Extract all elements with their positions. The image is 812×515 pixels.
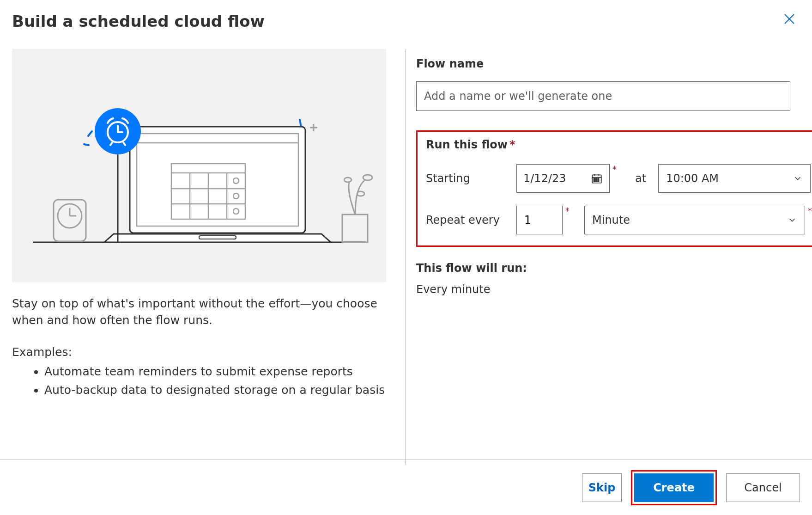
starting-date-value: 1/12/23 <box>523 172 566 185</box>
required-asterisk: * <box>509 138 515 151</box>
at-label: at <box>635 172 646 185</box>
run-this-flow-label: Run this flow <box>426 138 508 151</box>
svg-point-22 <box>344 178 351 182</box>
svg-rect-40 <box>594 180 595 181</box>
example-item: Automate team reminders to submit expens… <box>44 363 386 380</box>
flow-will-run-text: Every minute <box>416 283 812 296</box>
calendar-icon <box>591 172 603 184</box>
required-asterisk: * <box>565 206 570 215</box>
repeat-count-input[interactable] <box>516 206 563 234</box>
starting-time-value: 10:00 AM <box>666 172 719 185</box>
starting-date-input[interactable]: 1/12/23 <box>516 164 610 193</box>
example-item: Auto-backup data to designated storage o… <box>44 382 386 399</box>
svg-rect-42 <box>598 180 599 181</box>
close-icon <box>782 12 796 26</box>
svg-rect-41 <box>596 180 597 181</box>
run-this-flow-section: Run this flow* Starting 1/12/23 <box>416 130 812 247</box>
create-button-highlight: Create <box>631 470 717 505</box>
repeat-unit-select[interactable]: Minute <box>584 206 805 234</box>
close-button[interactable] <box>779 12 800 28</box>
required-asterisk: * <box>612 164 617 174</box>
skip-button[interactable]: Skip <box>582 473 622 502</box>
examples-label: Examples: <box>12 344 386 361</box>
required-asterisk: * <box>808 206 812 215</box>
repeat-every-label: Repeat every <box>426 214 516 227</box>
svg-point-23 <box>357 191 364 196</box>
svg-point-21 <box>363 175 372 180</box>
chevron-down-icon <box>787 215 797 225</box>
flow-name-input[interactable] <box>416 81 790 111</box>
illustration-svg <box>24 76 375 256</box>
cancel-button[interactable]: Cancel <box>726 473 800 502</box>
repeat-unit-value: Minute <box>592 214 630 227</box>
chevron-down-icon <box>793 173 803 184</box>
starting-label: Starting <box>426 172 516 185</box>
svg-rect-37 <box>594 178 595 179</box>
svg-rect-39 <box>598 178 599 179</box>
description-text: Stay on top of what's important without … <box>12 295 386 329</box>
illustration <box>12 49 386 282</box>
dialog-title: Build a scheduled cloud flow <box>12 12 265 31</box>
create-button[interactable]: Create <box>634 473 714 502</box>
starting-time-select[interactable]: 10:00 AM <box>658 164 811 193</box>
flow-name-label: Flow name <box>416 57 812 70</box>
flow-will-run-label: This flow will run: <box>416 262 812 275</box>
svg-rect-38 <box>596 178 597 179</box>
